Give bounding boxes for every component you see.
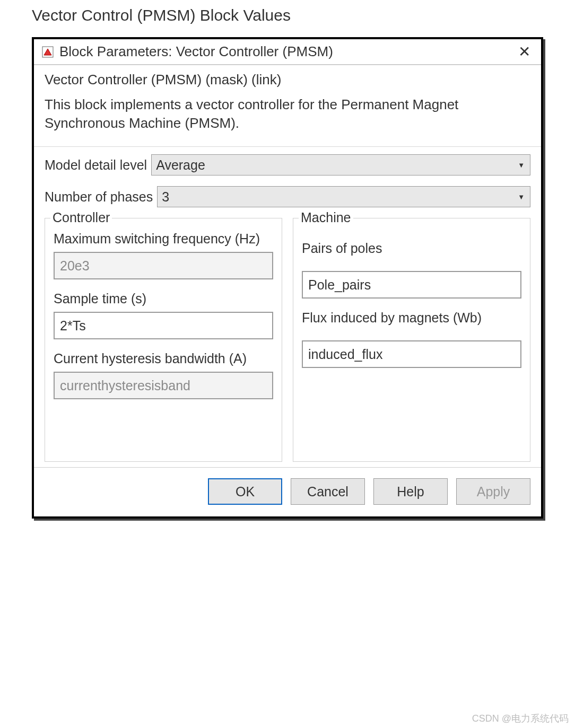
model-detail-value: Average: [156, 157, 205, 173]
window-title: Block Parameters: Vector Controller (PMS…: [59, 43, 333, 60]
help-button[interactable]: Help: [373, 478, 448, 505]
pairs-of-poles-input[interactable]: [302, 271, 521, 299]
ok-button[interactable]: OK: [208, 478, 282, 505]
flux-input[interactable]: [302, 340, 521, 368]
model-detail-row: Model detail level Average ▼: [45, 154, 530, 176]
phases-label: Number of phases: [45, 189, 153, 205]
titlebar: Block Parameters: Vector Controller (PMS…: [34, 39, 541, 65]
apply-button: Apply: [456, 478, 530, 505]
sample-time-input[interactable]: [54, 312, 273, 339]
max-switching-label: Maximum switching frequency (Hz): [54, 231, 273, 247]
parameters-area: Model detail level Average ▼ Number of p…: [34, 147, 541, 467]
hysteresis-label: Current hysteresis bandwidth (A): [54, 351, 273, 366]
mask-link[interactable]: Vector Controller (PMSM) (mask) (link): [45, 72, 530, 88]
pairs-of-poles-label: Pairs of poles: [302, 241, 521, 256]
max-switching-input: [54, 252, 273, 279]
phases-value: 3: [162, 189, 169, 205]
sample-time-label: Sample time (s): [54, 291, 273, 306]
simulink-block-icon: [41, 46, 54, 58]
phases-select[interactable]: 3 ▼: [157, 186, 530, 207]
titlebar-left: Block Parameters: Vector Controller (PMS…: [41, 43, 333, 60]
chevron-down-icon: ▼: [518, 193, 525, 201]
machine-legend: Machine: [299, 210, 353, 225]
controller-legend: Controller: [50, 210, 112, 225]
model-detail-select[interactable]: Average ▼: [151, 154, 530, 176]
cancel-button[interactable]: Cancel: [291, 478, 365, 505]
model-detail-label: Model detail level: [45, 157, 147, 173]
controller-group: Controller Maximum switching frequency (…: [45, 218, 282, 462]
block-description: This block implements a vector controlle…: [45, 95, 530, 133]
groups-row: Controller Maximum switching frequency (…: [45, 218, 530, 462]
button-bar: OK Cancel Help Apply: [34, 467, 541, 516]
phases-row: Number of phases 3 ▼: [45, 186, 530, 207]
mask-header: Vector Controller (PMSM) (mask) (link) T…: [34, 65, 541, 147]
flux-label: Flux induced by magnets (Wb): [302, 310, 521, 326]
chevron-down-icon: ▼: [518, 161, 525, 169]
machine-group: Machine Pairs of poles Flux induced by m…: [293, 218, 530, 462]
page-heading: Vector Control (PMSM) Block Values: [0, 0, 575, 37]
dialog-window: Block Parameters: Vector Controller (PMS…: [32, 37, 543, 519]
close-icon[interactable]: ✕: [518, 45, 530, 59]
hysteresis-input: [54, 372, 273, 399]
